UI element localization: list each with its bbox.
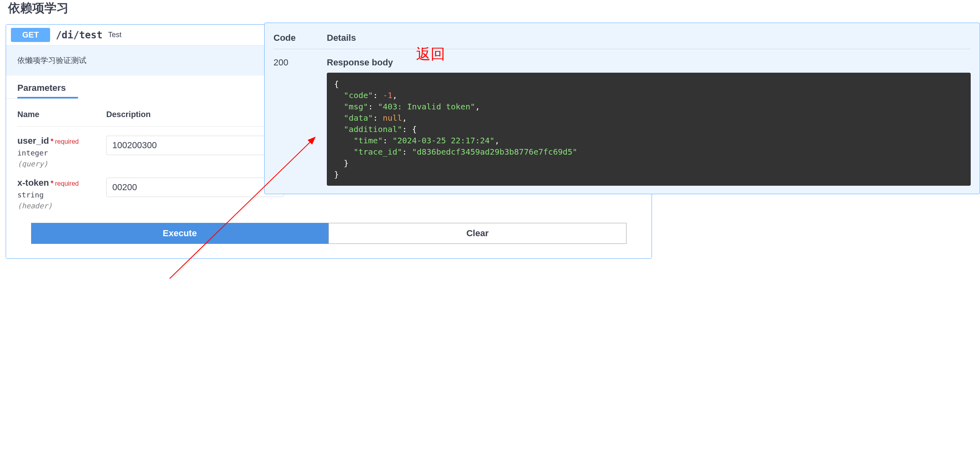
annotation-return: 返回 bbox=[416, 44, 445, 64]
required-label: required bbox=[55, 138, 79, 145]
response-panel: Code Details 200 Response body { "code":… bbox=[264, 23, 980, 194]
param-type: integer bbox=[17, 149, 106, 157]
execute-button[interactable]: Execute bbox=[31, 223, 328, 244]
clear-button[interactable]: Clear bbox=[328, 223, 627, 244]
user-id-input[interactable] bbox=[106, 136, 284, 155]
operation-summary: Test bbox=[108, 31, 122, 39]
parameters-tab[interactable]: Parameters bbox=[6, 76, 77, 99]
x-token-input[interactable] bbox=[106, 178, 284, 197]
param-location: (header) bbox=[17, 201, 106, 210]
response-status-code: 200 bbox=[273, 57, 327, 186]
param-name: x-token bbox=[17, 178, 49, 188]
column-header-name: Name bbox=[17, 110, 106, 119]
page-title: 依赖项学习 bbox=[0, 0, 980, 21]
required-star-icon: * bbox=[50, 179, 53, 188]
column-header-details: Details bbox=[327, 33, 356, 43]
param-type: string bbox=[17, 191, 106, 199]
param-name: user_id bbox=[17, 136, 49, 146]
http-method-badge: GET bbox=[11, 28, 50, 42]
required-star-icon: * bbox=[50, 137, 53, 146]
param-location: (query) bbox=[17, 159, 106, 168]
operation-path: /di/test bbox=[56, 29, 103, 41]
required-label: required bbox=[55, 180, 79, 187]
column-header-description: Description bbox=[106, 110, 151, 119]
response-body-code[interactable]: { "code": -1, "msg": "403: Invalid token… bbox=[327, 73, 971, 186]
column-header-code: Code bbox=[273, 33, 327, 43]
